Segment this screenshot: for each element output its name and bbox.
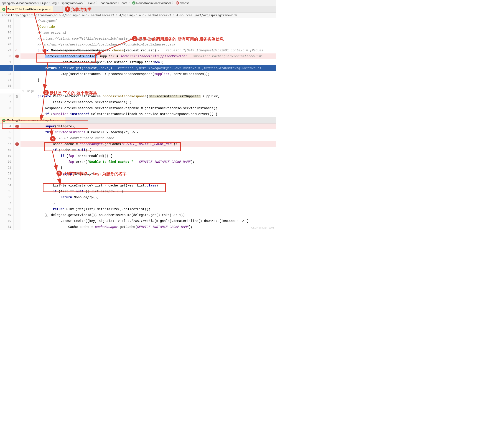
selection: ServiceInstanceListSupplier <box>45 55 97 58</box>
editor-1[interactable]: 74 /rawtypes/ 75 @Override 76 // see ori… <box>0 18 276 117</box>
anno-num-2: 2 <box>132 36 137 41</box>
anno-num-4: 4 <box>50 136 56 142</box>
tab-roundrobin[interactable]: C RoundRobinLoadBalancer.java × <box>0 6 53 12</box>
breakpoint-icon[interactable] <box>15 142 19 146</box>
java-class-icon: C <box>2 119 5 122</box>
anno-num-1: 1 <box>65 6 70 12</box>
crumb-method[interactable]: mchoose <box>176 1 189 5</box>
crumb-pkg[interactable]: loadbalancer <box>100 1 117 5</box>
file-path-bar: epository/org/springframework/cloud/spri… <box>0 12 276 18</box>
crumb-jar[interactable]: spring-cloud-loadbalancer-3.1.4.jar <box>2 1 47 5</box>
line-no: 74 <box>0 18 14 24</box>
crumb-pkg[interactable]: org <box>52 1 57 5</box>
method-icon: m <box>176 1 179 5</box>
close-icon[interactable]: × <box>49 8 51 11</box>
breadcrumb-bar: spring-cloud-loadbalancer-3.1.4.jar〉 org… <box>0 0 276 6</box>
tab-label: RoundRobinLoadBalancer.java <box>7 8 47 11</box>
tab-row-2: C CachingServiceInstanceListSupplier.jav… <box>0 117 276 123</box>
java-class-icon: C <box>2 8 5 11</box>
override-icon[interactable]: o↑ <box>15 47 19 54</box>
execution-line: 82 return supplier.get(request).next() r… <box>0 65 276 71</box>
at-icon: @ <box>16 93 18 99</box>
watermark: CSDN @huan_1993 <box>251 226 274 229</box>
tab-label: CachingServiceInstanceListSupplier.java <box>7 119 60 122</box>
anno-num-5: 5 <box>57 171 62 176</box>
tab-caching[interactable]: C CachingServiceInstanceListSupplier.jav… <box>0 117 66 123</box>
class-icon: C <box>132 1 136 5</box>
breakpoint-icon[interactable] <box>15 125 19 128</box>
anno-num-3: 3 <box>43 90 49 95</box>
anno-text-1: 负载均衡类 <box>71 7 92 12</box>
anno-text-2: 提供 当前调用服务的 所有可用的 服务实例信息 <box>138 36 224 42</box>
crumb-pkg[interactable]: cloud <box>88 1 95 5</box>
tab-row-1: C RoundRobinLoadBalancer.java × <box>0 6 276 12</box>
usages-hint[interactable]: 1 usage <box>0 89 276 93</box>
close-icon[interactable]: × <box>62 119 64 122</box>
crumb-pkg[interactable]: core <box>122 1 127 5</box>
crumb-class[interactable]: CRoundRobinLoadBalancer <box>132 1 171 5</box>
breakpoint-icon[interactable] <box>15 55 19 58</box>
anno-text-3: 默认是 下方的 这个缓存类 <box>50 90 97 96</box>
crumb-pkg[interactable]: springframework <box>61 1 83 5</box>
anno-text-5: 从缓存中获取， key: 为服务的名字 <box>63 171 126 176</box>
editor-2[interactable]: 54 super(delegate); 55 this.serviceInsta… <box>0 123 276 230</box>
